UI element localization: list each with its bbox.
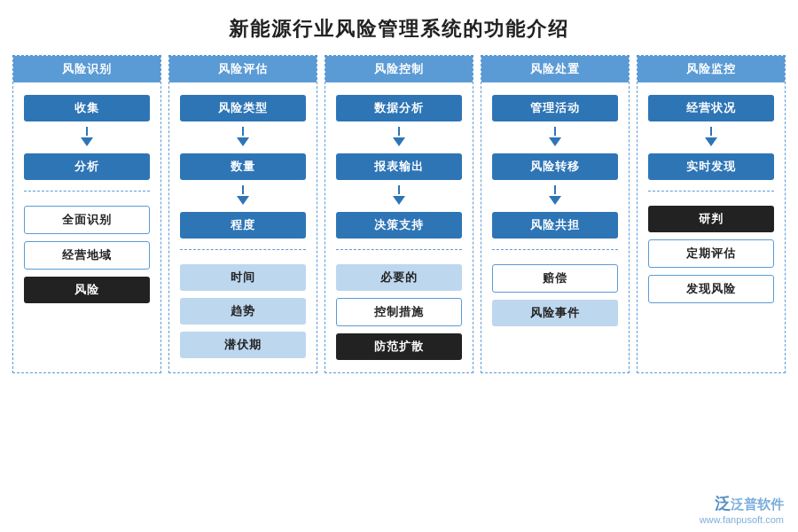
col-header-3: 风险控制 [325,56,473,82]
box-risk-event: 风险事件 [492,300,617,326]
box-degree: 程度 [180,212,305,239]
box-prevent-spread: 防范扩散 [336,333,461,360]
column-risk-control: 风险控制 数据分析 报表输出 决策支持 必要的 控制措施 防范扩散 [325,55,473,373]
divider-4 [492,249,617,250]
box-necessary: 必要的 [336,264,461,291]
arrow-3a [393,127,405,148]
box-trend: 趋势 [180,298,305,325]
box-decision-support: 决策支持 [336,212,461,239]
column-risk-identification: 风险识别 收集 分析 全面识别 经营地域 风险 [12,55,161,373]
watermark: 泛泛普软件 www.fanpusoft.com [700,493,784,525]
arrow-5a [705,127,717,148]
box-biz-region: 经营地域 [24,241,149,270]
arrow-4a [549,127,561,148]
page-title: 新能源行业风险管理系统的功能介绍 [0,0,798,55]
bottom-3: 必要的 控制措施 防范扩散 [325,261,473,364]
box-discover-risk: 发现风险 [648,275,773,303]
col-header-1: 风险识别 [13,56,160,82]
arrow-3b [393,185,405,207]
main-container: 风险识别 收集 分析 全面识别 经营地域 风险 风险评估 风险类型 数量 程度 … [0,55,798,373]
divider-1 [24,191,149,192]
bottom-2: 时间 趋势 潜伏期 [169,261,317,362]
box-compensation: 赔偿 [492,264,617,293]
box-judge: 研判 [648,206,773,232]
divider-2 [180,249,305,250]
bottom-5: 研判 定期评估 发现风险 [638,202,785,307]
box-report-output: 报表输出 [336,153,461,180]
box-collect: 收集 [24,95,149,121]
col-header-5: 风险监控 [638,56,785,82]
arrow-4b [549,185,561,207]
box-risk: 风险 [24,277,149,303]
box-data-analysis: 数据分析 [336,95,461,121]
column-risk-assessment: 风险评估 风险类型 数量 程度 时间 趋势 潜伏期 [168,55,317,373]
arrow-1 [81,127,93,148]
box-full-identify: 全面识别 [24,206,149,234]
divider-3 [336,249,461,250]
box-risk-share: 风险共担 [492,212,617,239]
box-biz-status: 经营状况 [648,95,773,121]
box-latent: 潜伏期 [180,332,305,358]
column-risk-disposal: 风险处置 管理活动 风险转移 风险共担 赔偿 风险事件 [481,55,630,373]
box-analyze: 分析 [24,153,149,180]
box-quantity: 数量 [180,153,305,180]
column-risk-monitor: 风险监控 经营状况 实时发现 研判 定期评估 发现风险 [637,55,786,373]
bottom-4: 赔偿 风险事件 [481,261,629,330]
watermark-logo: 泛泛普软件 [700,493,784,514]
bottom-1: 全面识别 经营地域 风险 [13,202,160,307]
col-header-4: 风险处置 [481,56,629,82]
box-periodic-eval: 定期评估 [648,239,773,268]
arrow-2b [237,185,249,207]
box-manage-activity: 管理活动 [492,95,617,121]
box-control-measures: 控制措施 [336,298,461,326]
arrow-2a [237,127,249,148]
col-header-2: 风险评估 [169,56,317,82]
box-risk-type: 风险类型 [180,95,305,121]
watermark-url: www.fanpusoft.com [700,514,784,525]
box-realtime-discover: 实时发现 [648,153,773,180]
divider-5 [648,191,773,192]
box-risk-transfer: 风险转移 [492,153,617,180]
box-time: 时间 [180,264,305,291]
